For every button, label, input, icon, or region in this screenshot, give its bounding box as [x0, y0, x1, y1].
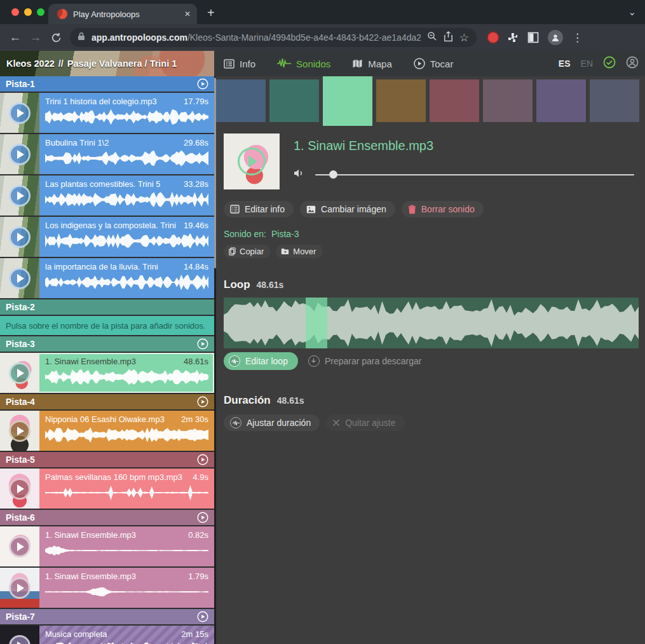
- new-tab-button[interactable]: +: [207, 6, 215, 19]
- sound-play-icon[interactable]: [9, 536, 31, 558]
- sound-play-icon[interactable]: [9, 577, 31, 599]
- color-swatch-7[interactable]: [536, 79, 586, 122]
- macos-traffic-lights[interactable]: [11, 8, 44, 16]
- track-header-pista-3[interactable]: Pista-3: [0, 336, 214, 352]
- sound-play-icon[interactable]: [9, 144, 31, 165]
- sound-thumbnail[interactable]: [0, 93, 39, 133]
- color-swatch-5[interactable]: [430, 79, 479, 122]
- tab-mapa[interactable]: Mapa: [352, 58, 392, 69]
- browser-tab[interactable]: Play Antropoloops ✕: [48, 4, 197, 24]
- color-swatch-3[interactable]: [323, 76, 372, 126]
- forward-button[interactable]: →: [25, 31, 46, 45]
- sound-thumbnail[interactable]: [0, 258, 39, 298]
- loop-waveform-panel[interactable]: [224, 298, 639, 348]
- sound-item[interactable]: la importancia de la lluvia. Trini14.84s: [0, 258, 214, 298]
- zoom-icon[interactable]: [427, 31, 437, 44]
- address-bar[interactable]: app.antropoloops.com/Kleos-Santa-Marina/…: [70, 28, 477, 47]
- sound-item[interactable]: Palmas sevillanas 160 bpm mp3.mp34.9s: [0, 469, 214, 509]
- color-swatch-6[interactable]: [483, 79, 533, 122]
- tab-close-icon[interactable]: ✕: [184, 10, 191, 18]
- sound-play-icon[interactable]: [9, 420, 31, 442]
- tab-tocar[interactable]: Tocar: [414, 58, 454, 69]
- sound-play-icon[interactable]: [9, 362, 31, 384]
- sound-item[interactable]: 1. Sinawi Ensemble.mp348.61s: [0, 353, 214, 393]
- sound-play-icon[interactable]: [9, 478, 31, 500]
- reload-button[interactable]: [46, 32, 66, 43]
- maximize-window-icon[interactable]: [37, 8, 44, 16]
- breadcrumb-map-banner[interactable]: Kleos 2022//Pasaje Valvanera / Trini 1: [0, 51, 214, 76]
- sound-item[interactable]: Las plantas comestibles. Trini 533.28s: [0, 175, 214, 216]
- back-button[interactable]: ←: [5, 31, 25, 45]
- sound-item[interactable]: Nipponia 06 Esashi Oiwake.mp32m 30s: [0, 411, 214, 451]
- tab-search-chevron-icon[interactable]: ⌄: [628, 6, 636, 18]
- sound-item[interactable]: Musica completa2m 15s: [0, 626, 214, 644]
- minimize-window-icon[interactable]: [24, 8, 32, 16]
- track-header-pista-2[interactable]: Pista-2: [0, 299, 214, 315]
- sound-thumbnail[interactable]: [0, 411, 39, 451]
- sound-item[interactable]: Trini 1 historia del colegio.mp317.79s: [0, 93, 214, 133]
- sound-thumbnail[interactable]: [0, 134, 39, 174]
- track-header-pista-5[interactable]: Pista-5: [0, 452, 214, 467]
- bookmark-star-icon[interactable]: ☆: [459, 31, 469, 45]
- loop-playhead[interactable]: [306, 298, 327, 348]
- sound-item[interactable]: Bubulina Trini 1\229.68s: [0, 134, 214, 174]
- tab-info[interactable]: Info: [224, 58, 255, 69]
- sound-thumbnail[interactable]: [0, 469, 39, 509]
- sound-item[interactable]: 1. Sinawi Ensemble.mp31.79s: [0, 568, 214, 608]
- sound-in-track-link[interactable]: Pista-3: [271, 229, 299, 239]
- track-header-pista-1[interactable]: Pista-1: [0, 76, 214, 92]
- color-swatch-1[interactable]: [216, 79, 266, 122]
- thumbnail-play-icon[interactable]: [238, 147, 266, 175]
- side-panel-icon[interactable]: [527, 32, 539, 43]
- track-play-icon[interactable]: [197, 454, 208, 465]
- sound-thumbnail[interactable]: [0, 568, 39, 608]
- track-header-pista-7[interactable]: Pista-7: [0, 609, 214, 624]
- track-play-icon[interactable]: [197, 338, 208, 350]
- color-swatch-2[interactable]: [269, 79, 319, 122]
- adjust-duration-button[interactable]: Ajustar duración: [224, 414, 320, 431]
- sound-thumbnail[interactable]: [0, 353, 39, 393]
- sound-play-icon[interactable]: [9, 102, 31, 124]
- volume-slider[interactable]: [315, 174, 634, 175]
- sound-thumbnail[interactable]: [224, 134, 280, 189]
- profile-avatar[interactable]: [548, 30, 563, 45]
- sound-play-icon[interactable]: [9, 268, 31, 289]
- breadcrumb-piece[interactable]: Pasaje Valvanera / Trini 1: [67, 58, 177, 69]
- edit-loop-button[interactable]: Editar loop: [224, 352, 298, 370]
- copy-button[interactable]: Copiar: [224, 245, 271, 258]
- lang-es[interactable]: ES: [559, 58, 571, 69]
- delete-sound-button[interactable]: Borrar sonido: [402, 201, 484, 217]
- track-play-icon[interactable]: [197, 78, 208, 90]
- move-button[interactable]: Mover: [276, 245, 323, 258]
- change-image-button[interactable]: Cambiar imágen: [300, 201, 395, 217]
- sound-play-icon[interactable]: [9, 226, 31, 248]
- track-play-icon[interactable]: [197, 611, 208, 622]
- recording-indicator-icon[interactable]: [488, 32, 498, 43]
- sound-thumbnail[interactable]: [0, 217, 39, 257]
- volume-slider-handle[interactable]: [329, 170, 337, 179]
- sound-item[interactable]: 1. Sinawi Ensemble.mp30.82s: [0, 526, 214, 566]
- lang-en[interactable]: EN: [581, 58, 593, 69]
- track-header-pista-6[interactable]: Pista-6: [0, 510, 214, 525]
- sound-play-icon[interactable]: [9, 185, 31, 207]
- prepare-download-button[interactable]: Preparar para descargar: [308, 355, 422, 367]
- browser-menu-kebab-icon[interactable]: ⋮: [572, 31, 583, 45]
- remove-adjust-button[interactable]: Quitar ajuste: [326, 414, 404, 431]
- account-icon[interactable]: [626, 56, 639, 71]
- track-play-icon[interactable]: [197, 396, 208, 408]
- sound-thumbnail[interactable]: [0, 175, 39, 216]
- tab-sonidos[interactable]: Sonidos: [277, 58, 330, 69]
- track-play-icon[interactable]: [197, 512, 208, 523]
- sound-thumbnail[interactable]: [0, 526, 39, 566]
- share-icon[interactable]: [444, 31, 453, 45]
- edit-info-button[interactable]: Editar info: [224, 201, 294, 217]
- color-swatch-8[interactable]: [590, 79, 639, 122]
- track-header-pista-4[interactable]: Pista-4: [0, 394, 214, 409]
- sound-thumbnail[interactable]: [0, 626, 39, 644]
- extensions-puzzle-icon[interactable]: [507, 32, 519, 43]
- sound-item[interactable]: Los indigenas y la compostela. Trini19.4…: [0, 217, 214, 257]
- close-window-icon[interactable]: [11, 8, 19, 16]
- saved-check-icon[interactable]: [603, 56, 616, 71]
- sound-play-icon[interactable]: [9, 635, 31, 644]
- color-swatch-4[interactable]: [376, 79, 426, 122]
